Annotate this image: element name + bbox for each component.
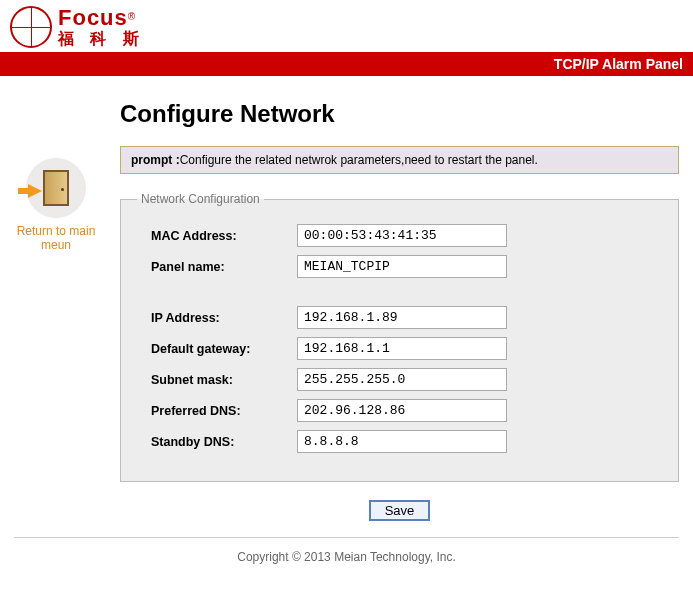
input-mac[interactable] <box>297 224 507 247</box>
row-panel-name: Panel name: <box>137 255 662 278</box>
input-dns2[interactable] <box>297 430 507 453</box>
row-ip: IP Address: <box>137 306 662 329</box>
footer-text: Copyright © 2013 Meian Technology, Inc. <box>0 538 693 582</box>
brand-logo-icon <box>10 6 52 48</box>
brand-text: Focus® 福 科 斯 <box>58 6 145 48</box>
input-subnet[interactable] <box>297 368 507 391</box>
row-gateway: Default gateway: <box>137 337 662 360</box>
sidebar: Return to main meun <box>6 86 106 252</box>
input-ip[interactable] <box>297 306 507 329</box>
brand-registered-icon: ® <box>128 11 135 22</box>
input-gateway[interactable] <box>297 337 507 360</box>
label-dns1: Preferred DNS: <box>137 404 297 418</box>
label-ip: IP Address: <box>137 311 297 325</box>
save-button[interactable]: Save <box>369 500 431 521</box>
input-panel-name[interactable] <box>297 255 507 278</box>
prompt-text: Configure the related netwrok parameters… <box>180 153 538 167</box>
title-bar-text: TCP/IP Alarm Panel <box>554 56 683 72</box>
prompt-label: prompt : <box>131 153 180 167</box>
row-mac: MAC Address: <box>137 224 662 247</box>
return-main-link[interactable]: Return to main meun <box>6 158 106 252</box>
label-mac: MAC Address: <box>137 229 297 243</box>
brand-header: Focus® 福 科 斯 <box>0 0 693 52</box>
main-content: Configure Network prompt :Configure the … <box>120 86 679 531</box>
row-dns1: Preferred DNS: <box>137 399 662 422</box>
label-subnet: Subnet mask: <box>137 373 297 387</box>
input-dns1[interactable] <box>297 399 507 422</box>
title-bar: TCP/IP Alarm Panel <box>0 52 693 76</box>
exit-door-icon <box>26 158 86 218</box>
brand-name-en: Focus <box>58 5 128 30</box>
network-config-fieldset: Network Configuration MAC Address: Panel… <box>120 192 679 482</box>
row-dns2: Standby DNS: <box>137 430 662 453</box>
fieldset-legend: Network Configuration <box>137 192 264 206</box>
page-title: Configure Network <box>120 100 679 128</box>
prompt-box: prompt :Configure the related netwrok pa… <box>120 146 679 174</box>
label-dns2: Standby DNS: <box>137 435 297 449</box>
label-gateway: Default gateway: <box>137 342 297 356</box>
label-panel-name: Panel name: <box>137 260 297 274</box>
return-main-label: Return to main meun <box>17 224 96 252</box>
brand-name-cn: 福 科 斯 <box>58 30 145 48</box>
row-subnet: Subnet mask: <box>137 368 662 391</box>
